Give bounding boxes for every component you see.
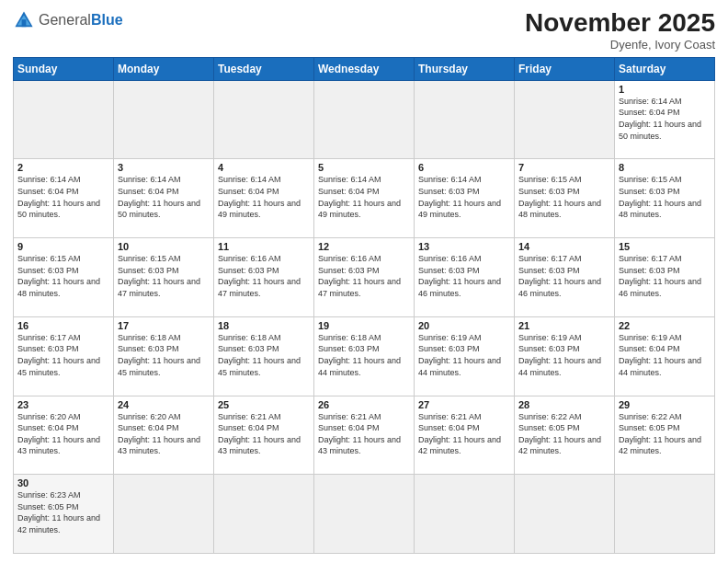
day-info: Sunrise: 6:16 AMSunset: 6:03 PMDaylight:… xyxy=(418,253,510,299)
logo-blue: Blue xyxy=(91,12,123,28)
calendar-cell: 22Sunrise: 6:19 AMSunset: 6:04 PMDayligh… xyxy=(615,316,715,396)
logo-icon xyxy=(13,9,35,31)
day-info: Sunrise: 6:15 AMSunset: 6:03 PMDaylight:… xyxy=(17,253,109,299)
calendar-cell: 1Sunrise: 6:14 AMSunset: 6:04 PMDaylight… xyxy=(615,80,715,159)
calendar-cell: 19Sunrise: 6:18 AMSunset: 6:03 PMDayligh… xyxy=(314,316,415,396)
day-number: 24 xyxy=(118,399,210,410)
day-info: Sunrise: 6:19 AMSunset: 6:03 PMDaylight:… xyxy=(518,332,610,378)
day-number: 25 xyxy=(218,399,310,410)
day-number: 27 xyxy=(418,399,510,410)
day-number: 26 xyxy=(318,399,410,410)
calendar-cell xyxy=(314,475,415,554)
calendar-cell: 7Sunrise: 6:15 AMSunset: 6:03 PMDaylight… xyxy=(515,159,615,238)
calendar-cell xyxy=(114,80,214,159)
day-number: 10 xyxy=(118,241,210,252)
weekday-header-sunday: Sunday xyxy=(14,57,114,80)
calendar-cell xyxy=(214,80,314,159)
calendar-body: 1Sunrise: 6:14 AMSunset: 6:04 PMDaylight… xyxy=(14,80,715,553)
day-info: Sunrise: 6:18 AMSunset: 6:03 PMDaylight:… xyxy=(218,332,310,378)
day-number: 17 xyxy=(118,320,210,331)
calendar-cell: 21Sunrise: 6:19 AMSunset: 6:03 PMDayligh… xyxy=(515,316,615,396)
day-number: 2 xyxy=(17,162,109,173)
page: GeneralBlue November 2025 Dyenfe, Ivory … xyxy=(0,0,728,563)
logo-general: General xyxy=(39,12,91,28)
calendar-cell: 11Sunrise: 6:16 AMSunset: 6:03 PMDayligh… xyxy=(214,238,314,317)
calendar-cell xyxy=(14,80,114,159)
calendar-cell: 18Sunrise: 6:18 AMSunset: 6:03 PMDayligh… xyxy=(214,316,314,396)
day-number: 9 xyxy=(17,241,109,252)
calendar-cell xyxy=(214,475,314,554)
calendar-cell xyxy=(415,475,515,554)
day-info: Sunrise: 6:16 AMSunset: 6:03 PMDaylight:… xyxy=(218,253,310,299)
day-number: 15 xyxy=(619,241,711,252)
calendar-cell xyxy=(314,80,415,159)
calendar-cell: 3Sunrise: 6:14 AMSunset: 6:04 PMDaylight… xyxy=(114,159,214,238)
day-number: 4 xyxy=(218,162,310,173)
calendar-cell: 10Sunrise: 6:15 AMSunset: 6:03 PMDayligh… xyxy=(114,238,214,317)
day-info: Sunrise: 6:17 AMSunset: 6:03 PMDaylight:… xyxy=(518,253,610,299)
day-number: 19 xyxy=(318,320,410,331)
day-number: 23 xyxy=(17,399,109,410)
day-info: Sunrise: 6:20 AMSunset: 6:04 PMDaylight:… xyxy=(17,411,109,457)
calendar-cell: 6Sunrise: 6:14 AMSunset: 6:03 PMDaylight… xyxy=(415,159,515,238)
title-block: November 2025 Dyenfe, Ivory Coast xyxy=(525,9,715,52)
calendar-cell: 5Sunrise: 6:14 AMSunset: 6:04 PMDaylight… xyxy=(314,159,415,238)
day-info: Sunrise: 6:15 AMSunset: 6:03 PMDaylight:… xyxy=(619,174,711,220)
day-info: Sunrise: 6:21 AMSunset: 6:04 PMDaylight:… xyxy=(418,411,510,457)
calendar-cell: 9Sunrise: 6:15 AMSunset: 6:03 PMDaylight… xyxy=(14,238,114,317)
day-info: Sunrise: 6:18 AMSunset: 6:03 PMDaylight:… xyxy=(318,332,410,378)
day-info: Sunrise: 6:19 AMSunset: 6:04 PMDaylight:… xyxy=(619,332,711,378)
weekday-header-friday: Friday xyxy=(515,57,615,80)
day-number: 18 xyxy=(218,320,310,331)
location-subtitle: Dyenfe, Ivory Coast xyxy=(525,38,715,52)
calendar-cell: 25Sunrise: 6:21 AMSunset: 6:04 PMDayligh… xyxy=(214,396,314,475)
calendar-table: SundayMondayTuesdayWednesdayThursdayFrid… xyxy=(13,57,715,554)
calendar-cell: 28Sunrise: 6:22 AMSunset: 6:05 PMDayligh… xyxy=(515,396,615,475)
day-number: 21 xyxy=(518,320,610,331)
weekday-header-thursday: Thursday xyxy=(415,57,515,80)
calendar-cell: 8Sunrise: 6:15 AMSunset: 6:03 PMDaylight… xyxy=(615,159,715,238)
calendar-cell xyxy=(615,475,715,554)
day-number: 5 xyxy=(318,162,410,173)
calendar-cell: 12Sunrise: 6:16 AMSunset: 6:03 PMDayligh… xyxy=(314,238,415,317)
calendar-cell: 20Sunrise: 6:19 AMSunset: 6:03 PMDayligh… xyxy=(415,316,515,396)
day-info: Sunrise: 6:16 AMSunset: 6:03 PMDaylight:… xyxy=(318,253,410,299)
logo: GeneralBlue xyxy=(13,9,123,31)
day-number: 3 xyxy=(118,162,210,173)
day-number: 11 xyxy=(218,241,310,252)
week-row-4: 23Sunrise: 6:20 AMSunset: 6:04 PMDayligh… xyxy=(14,396,715,475)
calendar-cell xyxy=(415,80,515,159)
day-number: 28 xyxy=(518,399,610,410)
calendar-cell: 17Sunrise: 6:18 AMSunset: 6:03 PMDayligh… xyxy=(114,316,214,396)
day-number: 20 xyxy=(418,320,510,331)
calendar-cell xyxy=(515,80,615,159)
calendar-cell: 13Sunrise: 6:16 AMSunset: 6:03 PMDayligh… xyxy=(415,238,515,317)
calendar-cell: 29Sunrise: 6:22 AMSunset: 6:05 PMDayligh… xyxy=(615,396,715,475)
day-info: Sunrise: 6:23 AMSunset: 6:05 PMDaylight:… xyxy=(17,489,109,535)
header: GeneralBlue November 2025 Dyenfe, Ivory … xyxy=(13,9,715,52)
day-info: Sunrise: 6:14 AMSunset: 6:04 PMDaylight:… xyxy=(318,174,410,220)
day-number: 16 xyxy=(17,320,109,331)
month-title: November 2025 xyxy=(525,9,715,38)
calendar-cell: 24Sunrise: 6:20 AMSunset: 6:04 PMDayligh… xyxy=(114,396,214,475)
weekday-header-row: SundayMondayTuesdayWednesdayThursdayFrid… xyxy=(14,57,715,80)
weekday-header-monday: Monday xyxy=(114,57,214,80)
week-row-3: 16Sunrise: 6:17 AMSunset: 6:03 PMDayligh… xyxy=(14,316,715,396)
day-number: 7 xyxy=(518,162,610,173)
calendar-cell: 30Sunrise: 6:23 AMSunset: 6:05 PMDayligh… xyxy=(14,475,114,554)
week-row-2: 9Sunrise: 6:15 AMSunset: 6:03 PMDaylight… xyxy=(14,238,715,317)
logo-text: GeneralBlue xyxy=(39,11,123,29)
day-number: 6 xyxy=(418,162,510,173)
weekday-header-tuesday: Tuesday xyxy=(214,57,314,80)
day-info: Sunrise: 6:17 AMSunset: 6:03 PMDaylight:… xyxy=(619,253,711,299)
day-info: Sunrise: 6:21 AMSunset: 6:04 PMDaylight:… xyxy=(218,411,310,457)
day-info: Sunrise: 6:17 AMSunset: 6:03 PMDaylight:… xyxy=(17,332,109,378)
day-info: Sunrise: 6:18 AMSunset: 6:03 PMDaylight:… xyxy=(118,332,210,378)
day-number: 30 xyxy=(17,477,109,488)
day-number: 14 xyxy=(518,241,610,252)
calendar-cell: 4Sunrise: 6:14 AMSunset: 6:04 PMDaylight… xyxy=(214,159,314,238)
day-info: Sunrise: 6:22 AMSunset: 6:05 PMDaylight:… xyxy=(619,411,711,457)
calendar-cell: 2Sunrise: 6:14 AMSunset: 6:04 PMDaylight… xyxy=(14,159,114,238)
calendar-cell xyxy=(114,475,214,554)
calendar-cell: 23Sunrise: 6:20 AMSunset: 6:04 PMDayligh… xyxy=(14,396,114,475)
